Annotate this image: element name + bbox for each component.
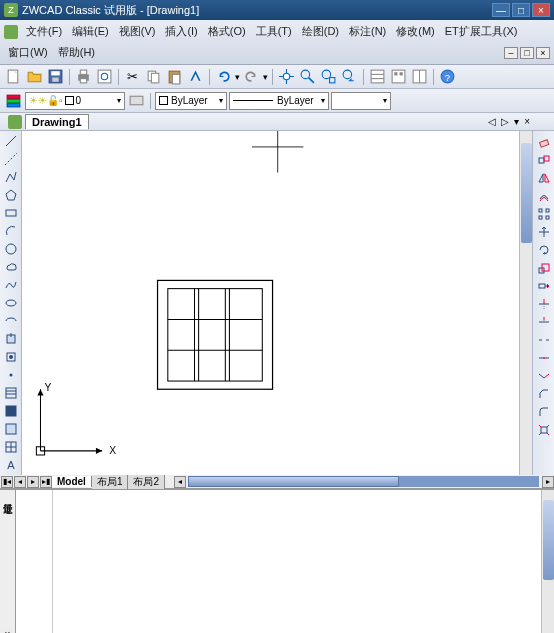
menu-edit[interactable]: 编辑(E) <box>68 22 113 41</box>
mirror-tool[interactable] <box>535 169 553 186</box>
make-block-tool[interactable] <box>2 348 20 365</box>
doc-minimize-button[interactable]: – <box>504 47 518 59</box>
lineweight-dropdown[interactable]: ▾ <box>331 92 391 110</box>
join-tool[interactable] <box>535 367 553 384</box>
move-tool[interactable] <box>535 223 553 240</box>
zoom-realtime-button[interactable] <box>298 67 317 86</box>
arc-tool[interactable] <box>2 223 20 240</box>
model-tab[interactable]: Model <box>52 476 92 487</box>
table-tool[interactable] <box>2 438 20 455</box>
doc-close-button[interactable]: × <box>536 47 550 59</box>
redo-button[interactable] <box>242 67 261 86</box>
copy-button[interactable] <box>144 67 163 86</box>
layer-manager-button[interactable] <box>4 91 23 110</box>
open-button[interactable] <box>25 67 44 86</box>
line-tool[interactable] <box>2 133 20 150</box>
close-button[interactable]: × <box>532 3 550 17</box>
tab-close-button[interactable]: × <box>522 116 532 127</box>
properties-button[interactable] <box>368 67 387 86</box>
menu-tools[interactable]: 工具(T) <box>252 22 296 41</box>
pan-button[interactable] <box>277 67 296 86</box>
menu-express[interactable]: ET扩展工具(X) <box>441 22 522 41</box>
command-side-tab[interactable]: 最近使 × <box>0 490 16 633</box>
save-button[interactable] <box>46 67 65 86</box>
redo-dropdown[interactable]: ▾ <box>263 72 268 82</box>
help-button[interactable]: ? <box>438 67 457 86</box>
ellipse-tool[interactable] <box>2 295 20 312</box>
layer-state-button[interactable] <box>127 91 146 110</box>
layout1-tab[interactable]: 布局1 <box>92 475 129 489</box>
offset-tool[interactable] <box>535 187 553 204</box>
ellipse-arc-tool[interactable] <box>2 313 20 330</box>
cut-button[interactable]: ✂ <box>123 67 142 86</box>
layer-dropdown[interactable]: ☀☀🔓▫ 0 ▾ <box>25 92 125 110</box>
menu-insert[interactable]: 插入(I) <box>161 22 201 41</box>
sheet-last-button[interactable]: ▸▮ <box>40 476 52 488</box>
revision-cloud-tool[interactable] <box>2 259 20 276</box>
tab-menu-button[interactable]: ▾ <box>512 116 521 127</box>
new-button[interactable] <box>4 67 23 86</box>
minimize-button[interactable]: — <box>492 3 510 17</box>
tab-prev-button[interactable]: ◁ <box>486 116 498 127</box>
stretch-tool[interactable] <box>535 277 553 294</box>
region-tool[interactable] <box>2 420 20 437</box>
print-preview-button[interactable] <box>95 67 114 86</box>
fillet-tool[interactable] <box>535 403 553 420</box>
layout2-tab[interactable]: 布局2 <box>128 475 165 489</box>
polyline-tool[interactable] <box>2 169 20 186</box>
menu-draw[interactable]: 绘图(D) <box>298 22 343 41</box>
spline-tool[interactable] <box>2 277 20 294</box>
point-tool[interactable] <box>2 366 20 383</box>
hscroll-left-button[interactable]: ◂ <box>174 476 186 488</box>
menu-dimension[interactable]: 标注(N) <box>345 22 390 41</box>
sheet-next-button[interactable]: ▸ <box>27 476 39 488</box>
construction-line-tool[interactable] <box>2 151 20 168</box>
scale-tool[interactable] <box>535 259 553 276</box>
zoom-window-button[interactable] <box>319 67 338 86</box>
menu-format[interactable]: 格式(O) <box>204 22 250 41</box>
print-button[interactable] <box>74 67 93 86</box>
explode-tool[interactable] <box>535 421 553 438</box>
rectangle-tool[interactable] <box>2 205 20 222</box>
copy-tool[interactable] <box>535 151 553 168</box>
extend-tool[interactable] <box>535 313 553 330</box>
trim-tool[interactable] <box>535 295 553 312</box>
color-dropdown[interactable]: ByLayer ▾ <box>155 92 227 110</box>
canvas-hscrollbar[interactable] <box>188 476 539 487</box>
drawing-canvas[interactable]: X Y <box>22 131 519 475</box>
circle-tool[interactable] <box>2 241 20 258</box>
chamfer-tool[interactable] <box>535 385 553 402</box>
erase-tool[interactable] <box>535 133 553 150</box>
linetype-dropdown[interactable]: ByLayer ▾ <box>229 92 329 110</box>
menu-help[interactable]: 帮助(H) <box>54 43 99 62</box>
match-button[interactable] <box>186 67 205 86</box>
menu-modify[interactable]: 修改(M) <box>392 22 439 41</box>
sheet-first-button[interactable]: ▮◂ <box>1 476 13 488</box>
menu-window[interactable]: 窗口(W) <box>4 43 52 62</box>
zoom-previous-button[interactable] <box>340 67 359 86</box>
document-tab[interactable]: Drawing1 <box>25 114 89 129</box>
polygon-tool[interactable] <box>2 187 20 204</box>
rotate-tool[interactable] <box>535 241 553 258</box>
doc-restore-button[interactable]: □ <box>520 47 534 59</box>
break-at-point-tool[interactable] <box>535 349 553 366</box>
command-close-button[interactable]: × <box>5 629 11 633</box>
array-tool[interactable] <box>535 205 553 222</box>
command-vscrollbar[interactable] <box>541 490 554 633</box>
break-tool[interactable] <box>535 331 553 348</box>
tab-next-button[interactable]: ▷ <box>499 116 511 127</box>
undo-button[interactable] <box>214 67 233 86</box>
canvas-vscrollbar[interactable] <box>519 131 532 475</box>
insert-block-tool[interactable] <box>2 330 20 347</box>
paste-button[interactable] <box>165 67 184 86</box>
undo-dropdown[interactable]: ▾ <box>235 72 240 82</box>
menu-file[interactable]: 文件(F) <box>22 22 66 41</box>
tool-palette-button[interactable] <box>410 67 429 86</box>
design-center-button[interactable] <box>389 67 408 86</box>
menu-view[interactable]: 视图(V) <box>115 22 160 41</box>
text-tool[interactable]: A <box>2 456 20 473</box>
hscroll-right-button[interactable]: ▸ <box>542 476 554 488</box>
command-history[interactable] <box>53 490 541 633</box>
hatch-tool[interactable] <box>2 384 20 401</box>
maximize-button[interactable]: □ <box>512 3 530 17</box>
